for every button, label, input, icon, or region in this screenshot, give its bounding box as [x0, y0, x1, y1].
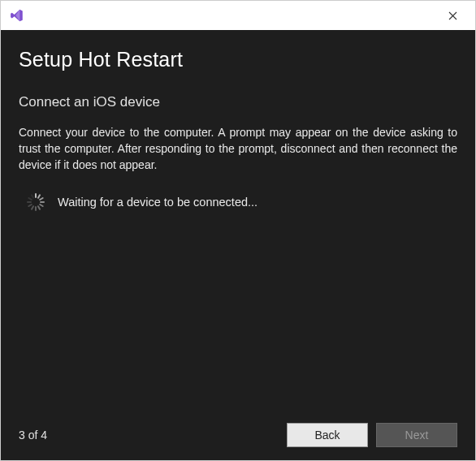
spinner-icon [27, 193, 45, 211]
visual-studio-icon [9, 7, 25, 24]
footer: 3 of 4 Back Next [19, 423, 457, 447]
status-text: Waiting for a device to be connected... [58, 196, 257, 209]
button-row: Back Next [287, 423, 457, 447]
titlebar [1, 1, 475, 30]
back-button[interactable]: Back [287, 423, 368, 447]
step-counter: 3 of 4 [19, 429, 47, 442]
dialog-content: Setup Hot Restart Connect an iOS device … [1, 30, 475, 460]
dialog-title: Setup Hot Restart [19, 48, 457, 71]
close-button[interactable] [436, 3, 469, 28]
dialog-description: Connect your device to the computer. A p… [19, 125, 457, 174]
dialog-subtitle: Connect an iOS device [19, 94, 457, 110]
status-row: Waiting for a device to be connected... [19, 193, 457, 211]
next-button: Next [376, 423, 457, 447]
